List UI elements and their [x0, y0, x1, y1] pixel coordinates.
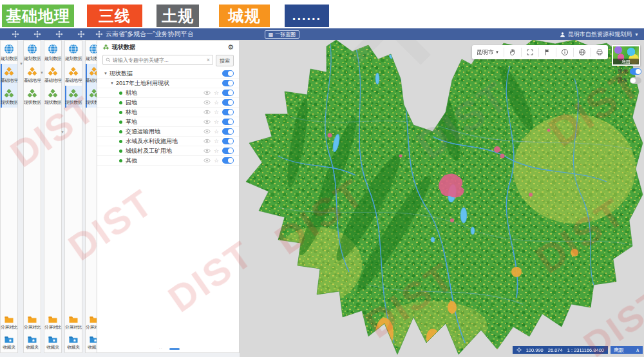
layer-status-dot	[119, 159, 122, 162]
eagle-eye-toggle[interactable]: 鹰眼 ∧	[611, 346, 643, 354]
gear-icon[interactable]: ⚙	[227, 44, 234, 51]
sidebar-item-current-data[interactable]: 现状数据	[1, 86, 17, 108]
sidebar-item-current-data[interactable]: 现状数据	[44, 86, 61, 108]
basemap-thumbnail[interactable]: 底图	[612, 45, 640, 66]
sidebar-item-current-data[interactable]: 现状数据	[65, 86, 82, 108]
layer-toggle[interactable]	[222, 148, 234, 154]
map-canvas[interactable]: 昆明市 ▼ 底图	[240, 40, 644, 357]
info-button[interactable]	[556, 48, 573, 57]
sidebar-item-planning-data[interactable]: 规划数据	[44, 41, 61, 64]
layer-toggle[interactable]	[222, 109, 234, 115]
sidebar-item-favorites[interactable]: 收藏夹	[24, 333, 41, 352]
sidebar-item-planning-data[interactable]: 规划数据	[24, 41, 41, 64]
folder-blue-star-icon	[27, 335, 37, 343]
favorite-star-icon[interactable]: ☆	[214, 129, 219, 135]
sidebar-item-split-compare[interactable]: 分屏对比	[44, 313, 61, 333]
tab-three-lines[interactable]: 三线	[87, 5, 142, 27]
sidebar-item-favorites[interactable]: 收藏夹	[1, 333, 17, 352]
zoom-extent-button[interactable]	[521, 48, 538, 57]
horizontal-scrollbar[interactable]	[169, 348, 180, 350]
globe-icon	[47, 43, 59, 55]
sidebar-item-planning-data[interactable]: 规划数据	[65, 41, 82, 64]
caret-down-icon[interactable]: ▼	[104, 72, 108, 75]
folder-orange-icon	[68, 315, 79, 323]
grid-icon: ▦	[269, 32, 274, 37]
show-toggle-row: 显示	[612, 68, 641, 75]
layer-row[interactable]: 林地 ☆	[97, 108, 239, 117]
favorite-star-icon[interactable]: ☆	[214, 90, 219, 96]
compass-icon[interactable]	[77, 30, 85, 38]
sidebar-item-favorites[interactable]: 收藏夹	[44, 333, 61, 352]
sidebar-item-basic-geography[interactable]: 基础地理	[44, 64, 61, 86]
opacity-eye-icon[interactable]	[204, 110, 211, 115]
opacity-eye-icon[interactable]	[204, 148, 211, 153]
layer-toggle[interactable]	[222, 128, 234, 135]
compass-icon[interactable]	[33, 30, 41, 38]
tab-more[interactable]: ......	[285, 5, 329, 27]
layer-toggle[interactable]	[222, 70, 234, 77]
opacity-eye-icon[interactable]	[204, 139, 211, 144]
folder-blue-star-icon	[68, 335, 79, 343]
sidebar-item-basic-geography[interactable]: 基础地理	[65, 64, 82, 86]
tab-urban-plan[interactable]: 城规	[219, 5, 270, 27]
favorite-star-icon[interactable]: ☆	[214, 158, 219, 164]
sidebar-item-favorites[interactable]: 收藏夹	[65, 333, 82, 352]
favorite-star-icon[interactable]: ☆	[214, 110, 219, 115]
opacity-eye-icon[interactable]	[204, 129, 211, 134]
crosshair-icon	[516, 347, 522, 352]
layer-toggle[interactable]	[222, 99, 234, 106]
favorite-star-icon[interactable]: ☆	[214, 100, 219, 106]
layer-toggle[interactable]	[222, 119, 234, 125]
sidebar-item-planning-data[interactable]: 规划数据	[1, 41, 17, 64]
user-name: 昆明市自然资源和规划局	[568, 30, 632, 39]
layer-row[interactable]: 城镇村及工矿用地 ☆	[97, 146, 239, 156]
opacity-eye-icon[interactable]	[204, 100, 211, 105]
sidebar-item-label: 规划数据	[65, 55, 82, 62]
favorite-star-icon[interactable]: ☆	[214, 139, 219, 144]
layer-row[interactable]: 园地 ☆	[97, 98, 239, 108]
layer-row[interactable]: 耕地 ☆	[97, 88, 239, 98]
opacity-eye-icon[interactable]	[204, 119, 211, 124]
layer-row[interactable]: 水域及水利设施用地 ☆	[97, 137, 239, 146]
layer-toggle[interactable]	[222, 157, 234, 164]
tab-land-plan[interactable]: 土规	[156, 5, 199, 27]
sidebar-item-split-compare[interactable]: 分屏对比	[65, 313, 82, 333]
sidebar-item-basic-geography[interactable]: 基础地理	[1, 64, 17, 86]
layer-row[interactable]: 草地 ☆	[97, 117, 239, 127]
user-menu[interactable]: 昆明市自然资源和规划局 ▼	[560, 30, 639, 39]
search-input[interactable]	[113, 57, 205, 63]
compass-icon[interactable]	[55, 30, 63, 38]
search-button[interactable]: 搜索	[216, 55, 234, 66]
clear-icon[interactable]: ×	[207, 57, 210, 63]
layer-row[interactable]: 其他 ☆	[97, 156, 239, 166]
print-button[interactable]	[591, 48, 608, 57]
opacity-eye-icon[interactable]	[204, 90, 211, 95]
flag-marker-button[interactable]	[538, 48, 556, 57]
layer-toggle[interactable]	[222, 80, 234, 86]
caret-down-icon[interactable]: ▼	[110, 81, 114, 85]
layer-status-dot	[119, 140, 122, 143]
layer-toggle[interactable]	[222, 138, 234, 144]
info-icon	[561, 48, 569, 56]
tab-basic-geography[interactable]: 基础地理	[2, 5, 74, 27]
globe-tool-button[interactable]	[573, 48, 591, 57]
favorite-star-icon[interactable]: ☆	[214, 119, 219, 125]
city-selector[interactable]: 昆明市 ▼	[472, 48, 504, 57]
chevron-down-icon: ▼	[495, 50, 499, 54]
opacity-eye-icon[interactable]	[204, 158, 211, 163]
pan-hand-button[interactable]	[504, 48, 521, 57]
app-header: 云南省“多规合一”业务协同平台 ▦ 一张蓝图 昆明市自然资源和规划局 ▼	[0, 28, 644, 40]
layer-status-dot	[119, 130, 122, 133]
compass-icon[interactable]	[12, 30, 19, 38]
layer-row[interactable]: 交通运输用地 ☆	[97, 127, 239, 137]
layer-toggle[interactable]	[222, 90, 234, 96]
one-blueprint-button[interactable]: ▦ 一张蓝图	[265, 30, 300, 39]
show-toggle[interactable]	[630, 68, 641, 75]
sidebar-item-basic-geography[interactable]: 基础地理	[24, 64, 41, 86]
search-icon	[106, 57, 111, 63]
favorite-star-icon[interactable]: ☆	[214, 148, 219, 154]
gray-toggle[interactable]	[630, 77, 641, 84]
sidebar-item-split-compare[interactable]: 分屏对比	[24, 313, 41, 333]
sidebar-item-split-compare[interactable]: 分屏对比	[1, 313, 17, 333]
sidebar-item-current-data[interactable]: 现状数据	[24, 86, 41, 108]
